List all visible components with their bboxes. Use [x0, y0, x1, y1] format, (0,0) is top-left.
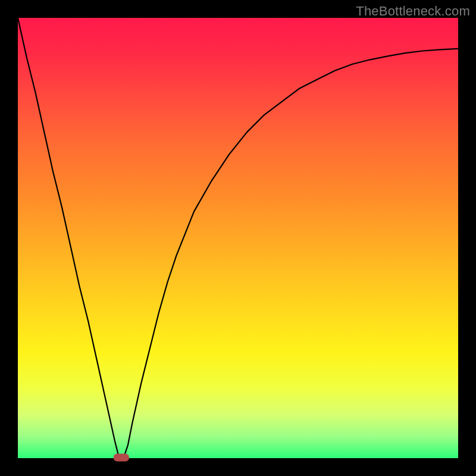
bottleneck-curve — [18, 18, 458, 458]
watermark-text: TheBottleneck.com — [356, 4, 470, 19]
plot-svg — [18, 18, 458, 458]
chart-stage: TheBottleneck.com — [0, 0, 476, 476]
minimum-marker — [114, 454, 129, 462]
plot-area — [18, 18, 458, 458]
